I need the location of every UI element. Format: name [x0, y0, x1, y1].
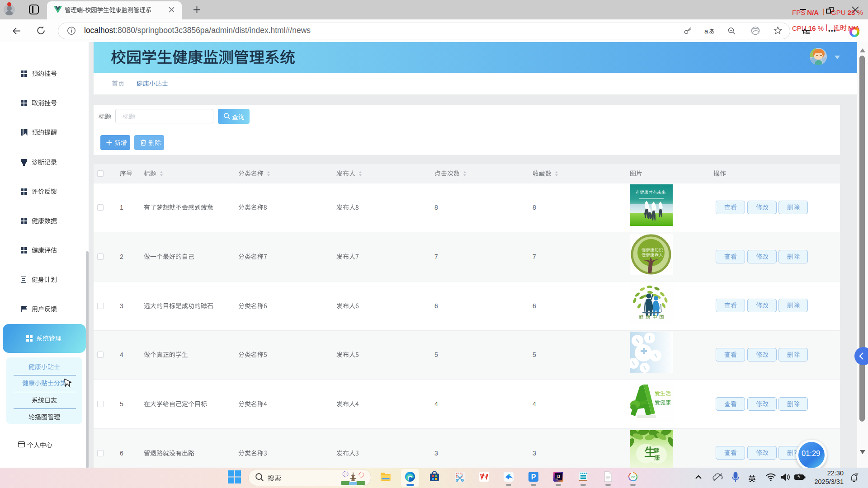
- svg-text:IJ: IJ: [557, 474, 560, 479]
- svg-text:ev: ev: [631, 475, 635, 479]
- svg-text:P: P: [531, 473, 536, 481]
